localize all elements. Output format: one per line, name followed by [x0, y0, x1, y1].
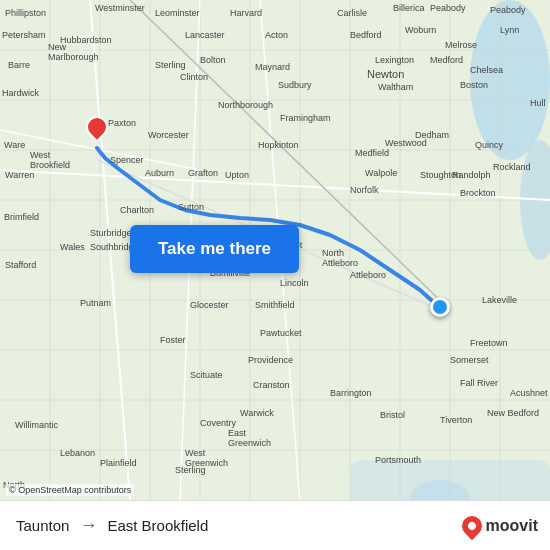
destination-marker — [86, 116, 108, 138]
map-attribution: © OpenStreetMap contributors — [6, 484, 134, 496]
moovit-pin-icon — [457, 511, 485, 539]
moovit-brand-text: moovit — [486, 517, 538, 535]
origin-marker — [430, 297, 450, 317]
bottom-bar: Taunton → East Brookfield moovit — [0, 500, 550, 550]
moovit-logo[interactable]: moovit — [462, 516, 538, 536]
take-me-there-button[interactable]: Take me there — [130, 225, 299, 273]
to-city: East Brookfield — [107, 517, 208, 534]
map-container: Phillipston Westminster Leominster Harva… — [0, 0, 550, 500]
arrow-icon: → — [79, 515, 97, 536]
from-city: Taunton — [16, 517, 69, 534]
